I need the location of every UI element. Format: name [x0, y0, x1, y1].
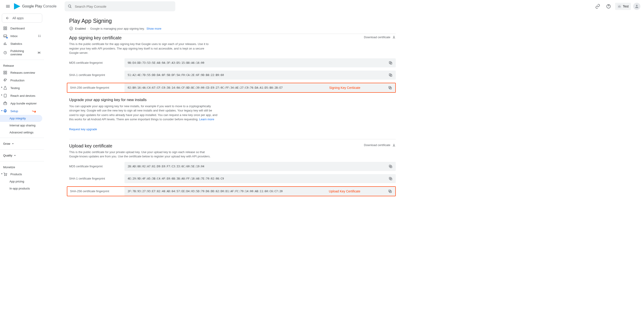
- signing-md5-row: MD5 certificate fingerprint 9B:E4:DD:73:…: [69, 58, 396, 67]
- upload-sha256-row-highlighted: SHA-256 certificate fingerprint 2F:7B:93…: [67, 186, 396, 196]
- show-more-link[interactable]: Show more: [146, 27, 161, 30]
- inbox-badge: 11: [38, 34, 41, 38]
- help-icon: [606, 4, 611, 9]
- sidebar-item-advanced-settings[interactable]: Advanced settings: [0, 129, 44, 136]
- chevron-down-icon: [0, 173, 3, 175]
- upgrade-desc: You can upgrade your app signing key for…: [69, 104, 218, 122]
- download-upload-cert-button[interactable]: Download certificate: [364, 143, 396, 147]
- logo[interactable]: Google Play Console: [14, 3, 56, 10]
- fp-label: MD5 certificate fingerprint: [69, 61, 124, 65]
- search-input[interactable]: [75, 5, 172, 8]
- sidebar-item-app-bundle[interactable]: App bundle explorer: [0, 100, 44, 107]
- copy-icon: [388, 86, 392, 90]
- copy-icon: [388, 61, 392, 65]
- copy-icon: [388, 177, 392, 181]
- svg-rect-5: [6, 29, 7, 30]
- fp-label: SHA-1 certificate fingerprint: [69, 73, 124, 77]
- svg-rect-12: [6, 71, 7, 72]
- request-key-upgrade-link[interactable]: Request key upgrade: [69, 128, 97, 131]
- copy-icon: [388, 189, 392, 193]
- signing-md5-value: 9B:E4:DD:73:53:5E:A8:9A:3F:A3:D5:15:B8:A…: [128, 61, 387, 65]
- sidebar-item-dashboard[interactable]: Dashboard: [0, 25, 44, 32]
- sidebar-section-grow[interactable]: Grow: [0, 140, 44, 148]
- copy-button[interactable]: [387, 60, 394, 66]
- upgrade-title: Upgrade your app signing key for new ins…: [69, 98, 396, 102]
- app-selector[interactable]: Test: [615, 3, 631, 10]
- upload-section-title: Upload key certificate: [69, 143, 214, 149]
- hamburger-menu-button[interactable]: [4, 2, 12, 11]
- chevron-down-icon: [12, 142, 14, 145]
- publishing-icon: [3, 51, 7, 55]
- svg-point-19: [6, 175, 6, 176]
- status-desc: Google is managing your app signing key.: [90, 27, 144, 30]
- gear-icon: [3, 109, 7, 113]
- main-content: Play App Signing Enabled · Google is man…: [44, 13, 406, 205]
- sidebar-item-app-pricing[interactable]: App pricing: [0, 178, 44, 185]
- bundle-icon: [3, 101, 7, 105]
- annotation-upload: Upload Key Certificate: [329, 189, 360, 193]
- annotation-signing: Signing Key Certiicate: [329, 86, 360, 90]
- copy-button[interactable]: [387, 163, 394, 170]
- sidebar-item-products[interactable]: Products: [0, 170, 44, 178]
- signing-section-title: App signing key certificate: [69, 35, 214, 41]
- check-circle-icon: [69, 27, 73, 31]
- sidebar: All apps Dashboard Inbox 11 Statistics P…: [0, 13, 44, 205]
- sidebar-item-setup[interactable]: Setup: [0, 107, 44, 115]
- fp-label: SHA-256 certificate fingerprint: [67, 86, 124, 89]
- upload-sha1-value: 4E:29:9D:4F:A5:3B:C4:4F:E0:6B:3B:A8:FF:1…: [128, 177, 387, 180]
- copy-icon: [388, 164, 392, 168]
- sidebar-section-quality[interactable]: Quality: [0, 151, 44, 159]
- signing-sha256-row-highlighted: SHA-256 certificate fingerprint 02:B0:16…: [67, 83, 396, 93]
- sidebar-item-production[interactable]: Production: [0, 76, 44, 84]
- stats-icon: [3, 42, 7, 46]
- svg-rect-4: [4, 29, 5, 30]
- search-input-wrap[interactable]: [64, 1, 175, 11]
- svg-point-20: [70, 27, 73, 30]
- copy-button[interactable]: [387, 84, 394, 91]
- hamburger-icon: [6, 4, 10, 9]
- sidebar-item-testing[interactable]: Testing: [0, 84, 44, 92]
- link-icon: [595, 4, 600, 9]
- sidebar-item-internal-sharing[interactable]: Internal app sharing: [0, 122, 44, 129]
- sidebar-item-releases-overview[interactable]: Releases overview: [0, 69, 44, 76]
- signing-sha1-value: 51:A2:4E:7D:55:DD:DA:8F:5B:DF:5A:F0:CA:2…: [128, 74, 387, 77]
- upload-sha1-row: SHA-1 certificate fingerprint 4E:29:9D:4…: [69, 174, 396, 183]
- svg-rect-14: [6, 73, 7, 74]
- sidebar-item-publishing-overview[interactable]: Publishing overview: [0, 48, 44, 58]
- fp-label: SHA-1 certificate fingerprint: [69, 177, 124, 180]
- upload-md5-value: 2B:AD:88:02:A7:81:D9:E0:F7:C3:33:6C:60:5…: [128, 165, 387, 168]
- learn-more-link[interactable]: Learn more: [199, 118, 214, 121]
- svg-rect-2: [4, 27, 5, 28]
- all-apps-button[interactable]: All apps: [2, 14, 42, 23]
- overview-icon: [3, 71, 7, 75]
- sidebar-item-statistics[interactable]: Statistics: [0, 40, 44, 48]
- app-icon: [617, 4, 622, 8]
- copy-button[interactable]: [387, 72, 394, 79]
- svg-point-18: [4, 175, 5, 176]
- sidebar-section-release: Release: [0, 62, 44, 69]
- sidebar-item-reach-devices[interactable]: Reach and devices: [0, 92, 44, 100]
- signing-section-desc: This is the public certificate for the a…: [69, 42, 214, 55]
- chevron-down-icon: [14, 154, 16, 157]
- upload-section-desc: This is the public certificate for your …: [69, 150, 214, 159]
- all-apps-label: All apps: [12, 16, 24, 20]
- devices-icon: [3, 94, 7, 98]
- help-icon-button[interactable]: [604, 2, 613, 11]
- download-signing-cert-button[interactable]: Download certificate: [364, 35, 396, 39]
- app-name: Test: [623, 5, 629, 8]
- sidebar-item-inapp-products[interactable]: In-app products: [0, 185, 44, 192]
- download-icon: [392, 143, 396, 147]
- sidebar-item-app-integrity[interactable]: App integrity: [0, 115, 42, 122]
- copy-button[interactable]: [387, 175, 394, 182]
- link-icon-button[interactable]: [594, 2, 602, 11]
- user-avatar[interactable]: [633, 3, 640, 10]
- fp-label: MD5 certificate fingerprint: [69, 165, 124, 168]
- person-icon: [634, 4, 639, 9]
- svg-rect-11: [4, 71, 5, 72]
- sidebar-item-inbox[interactable]: Inbox 11: [0, 32, 44, 40]
- copy-button[interactable]: [387, 188, 394, 195]
- svg-point-17: [5, 111, 6, 112]
- svg-point-1: [636, 5, 638, 6]
- status-enabled: Enabled: [75, 27, 86, 30]
- sidebar-section-monetize: Monetize: [0, 163, 44, 170]
